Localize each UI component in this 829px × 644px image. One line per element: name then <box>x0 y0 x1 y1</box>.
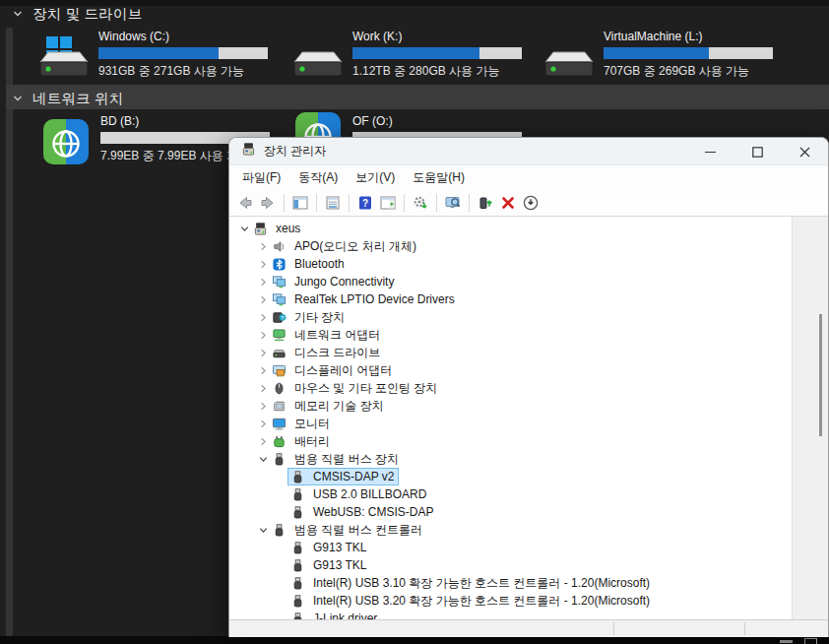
menu-view[interactable]: 보기(V) <box>347 165 404 190</box>
chevron-right-icon[interactable] <box>256 239 271 253</box>
tree-item[interactable]: Intel(R) USB 3.10 확장 가능한 호스트 컨트롤러 - 1.20… <box>229 574 793 592</box>
chevron-right-icon[interactable] <box>256 310 271 324</box>
net-computers-icon <box>271 274 287 290</box>
section-network-locations[interactable]: 네트워크 위치 <box>12 90 123 108</box>
tree-item-label[interactable]: G913 TKL <box>310 541 369 554</box>
tree-item-label[interactable]: CMSIS-DAP v2 <box>310 470 397 483</box>
tree-item[interactable]: RealTek LPTIO Device Drivers <box>229 290 793 308</box>
tree-item[interactable]: 메모리 기술 장치 <box>229 397 793 415</box>
tree-item-label[interactable]: Intel(R) USB 3.10 확장 가능한 호스트 컨트롤러 - 1.20… <box>310 575 653 592</box>
drive-tile[interactable]: Windows (C:) 931GB 중 271GB 사용 가능 <box>37 28 268 80</box>
scan-hardware-icon[interactable] <box>411 193 430 213</box>
tree-item-label[interactable]: 네트워크 어댑터 <box>291 327 383 344</box>
tree-item[interactable]: 디스플레이 어댑터 <box>229 361 793 379</box>
chevron-right-icon[interactable] <box>256 292 271 306</box>
tree-item-label[interactable]: 디스플레이 어댑터 <box>291 362 395 379</box>
chevron-right-icon[interactable] <box>256 328 271 342</box>
tree-item-label[interactable]: WebUSB: CMSIS-DAP <box>310 505 436 519</box>
disable-icon[interactable] <box>521 193 541 213</box>
tree-item-label[interactable]: G913 TKL <box>310 558 369 572</box>
chevron-down-icon[interactable] <box>12 7 24 23</box>
svg-text:?: ? <box>362 198 368 209</box>
tree-item[interactable]: CMSIS-DAP v2 <box>229 468 793 485</box>
chevron-right-icon[interactable] <box>256 257 271 271</box>
drive-tile[interactable]: VirtualMachine (L:) 707GB 중 269GB 사용 가능 <box>542 28 773 80</box>
selected-tree-item[interactable]: CMSIS-DAP v2 <box>287 468 399 485</box>
tree-item[interactable]: Bluetooth <box>229 255 793 273</box>
tree-item[interactable]: APO(오디오 처리 개체) <box>229 237 793 255</box>
tree-item[interactable]: WebUSB: CMSIS-DAP <box>229 503 793 521</box>
no-chevron <box>275 505 289 519</box>
properties-icon[interactable] <box>323 193 343 213</box>
maximize-button[interactable] <box>733 138 781 165</box>
tree-item-label[interactable]: 범용 직렬 버스 컨트롤러 <box>291 522 425 539</box>
tree-item[interactable]: Intel(R) USB 3.20 확장 가능한 호스트 컨트롤러 - 1.20… <box>229 592 793 610</box>
remote-computer-icon[interactable] <box>443 193 463 213</box>
close-button[interactable] <box>781 138 828 165</box>
explorer-scrollbar[interactable] <box>6 28 13 644</box>
chevron-right-icon[interactable] <box>256 399 271 413</box>
tree-item-label[interactable]: Intel(R) USB 3.20 확장 가능한 호스트 컨트롤러 - 1.20… <box>310 593 653 610</box>
tree-item[interactable]: 범용 직렬 버스 컨트롤러 <box>229 521 793 539</box>
tree-item-label[interactable]: 배터리 <box>291 433 333 450</box>
toolbar-separator <box>316 194 317 212</box>
tree-item-label[interactable]: xeus <box>273 222 303 235</box>
tree-item-label[interactable]: APO(오디오 처리 개체) <box>291 238 419 255</box>
forward-icon[interactable] <box>258 193 278 213</box>
title-bar[interactable]: 장치 관리자 <box>229 138 828 165</box>
tree-item[interactable]: 모니터 <box>229 415 793 432</box>
tree-item[interactable]: 디스크 드라이브 <box>229 344 793 361</box>
chevron-down-icon[interactable] <box>256 452 271 466</box>
chevron-right-icon[interactable] <box>256 346 271 359</box>
tree-item[interactable]: USB 2.0 BILLBOARD <box>229 485 793 503</box>
chevron-right-icon[interactable] <box>256 417 271 430</box>
tree-item-label[interactable]: RealTek LPTIO Device Drivers <box>291 292 458 306</box>
tree-item-label[interactable]: 모니터 <box>291 416 333 432</box>
tree-item[interactable]: Jungo Connectivity <box>229 273 793 290</box>
menu-help[interactable]: 도움말(H) <box>404 165 474 190</box>
chevron-down-icon[interactable] <box>256 523 271 537</box>
tree-item-label[interactable]: 메모리 기술 장치 <box>291 398 387 415</box>
monitor-icon <box>271 416 287 431</box>
update-driver-icon[interactable] <box>476 193 495 213</box>
tree-item-label[interactable]: 마우스 및 기타 포인팅 장치 <box>291 380 440 397</box>
device-tree: xeusAPO(오디오 처리 개체)BluetoothJungo Connect… <box>229 217 793 620</box>
usb-icon <box>289 504 305 520</box>
tree-item-label[interactable]: Bluetooth <box>291 257 348 271</box>
uninstall-icon[interactable] <box>498 193 518 213</box>
help-icon[interactable]: ? <box>355 193 375 213</box>
tree-item[interactable]: 범용 직렬 버스 장치 <box>229 450 793 468</box>
tree-item-label[interactable]: 디스크 드라이브 <box>291 345 383 361</box>
tree-item-label[interactable]: 기타 장치 <box>291 309 348 326</box>
tree-item-label[interactable]: USB 2.0 BILLBOARD <box>310 487 429 501</box>
tree-item-label[interactable]: 범용 직렬 버스 장치 <box>291 451 402 468</box>
menu-file[interactable]: 파일(F) <box>233 165 289 190</box>
drive-icon <box>291 28 345 80</box>
tree-item[interactable]: xeus <box>229 220 793 237</box>
tree-item[interactable]: 네트워크 어댑터 <box>229 326 793 344</box>
background-window-edge <box>0 636 829 644</box>
tree-scrollbar[interactable] <box>792 217 828 620</box>
section-devices-drives[interactable]: 장치 및 드라이브 <box>12 5 142 24</box>
console-tree-icon[interactable] <box>290 193 310 213</box>
chevron-right-icon[interactable] <box>256 434 271 448</box>
tree-item[interactable]: ?기타 장치 <box>229 308 793 326</box>
minimize-button[interactable] <box>686 138 733 165</box>
menu-action[interactable]: 동작(A) <box>289 165 347 190</box>
chevron-down-icon[interactable] <box>237 222 252 235</box>
statusbar-divider <box>613 622 614 635</box>
drive-tile[interactable]: Work (K:) 1.12TB 중 280GB 사용 가능 <box>291 28 522 80</box>
chevron-right-icon[interactable] <box>256 363 271 377</box>
export-list-icon[interactable] <box>378 193 398 213</box>
chevron-right-icon[interactable] <box>256 381 271 395</box>
tree-item[interactable]: G913 TKL <box>229 556 793 574</box>
chevron-down-icon[interactable] <box>12 92 24 107</box>
tree-item-label[interactable]: Jungo Connectivity <box>291 275 397 289</box>
chevron-right-icon[interactable] <box>256 275 271 289</box>
scrollbar-thumb[interactable] <box>819 314 822 436</box>
usb-icon <box>271 522 287 538</box>
tree-item[interactable]: 마우스 및 기타 포인팅 장치 <box>229 379 793 397</box>
back-icon[interactable] <box>235 193 255 213</box>
tree-item[interactable]: 배터리 <box>229 432 793 450</box>
tree-item[interactable]: G913 TKL <box>229 539 793 556</box>
